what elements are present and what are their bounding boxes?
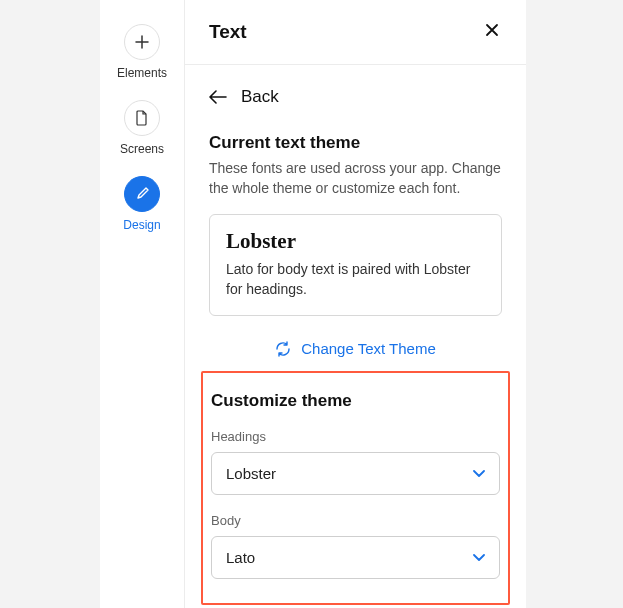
panel-title: Text	[209, 21, 247, 43]
brush-icon	[124, 176, 160, 212]
body-value: Lato	[226, 549, 255, 566]
headings-select[interactable]: Lobster	[211, 452, 500, 495]
current-theme-heading: Current text theme	[209, 133, 502, 153]
chevron-down-icon	[473, 470, 485, 478]
panel-body: Back Current text theme These fonts are …	[185, 65, 526, 605]
headings-value: Lobster	[226, 465, 276, 482]
panel-header: Text	[185, 0, 526, 65]
text-panel: Text Back Current text theme These fonts…	[184, 0, 526, 608]
change-theme-label: Change Text Theme	[301, 340, 436, 357]
theme-card: Lobster Lato for body text is paired wit…	[209, 214, 502, 316]
nav-label: Screens	[120, 142, 164, 156]
plus-icon	[124, 24, 160, 60]
nav-design[interactable]: Design	[100, 170, 184, 242]
body-label: Body	[211, 513, 500, 528]
close-icon	[484, 22, 500, 38]
refresh-icon	[275, 341, 291, 357]
sidebar: Elements Screens Design	[100, 0, 184, 608]
customize-heading: Customize theme	[211, 391, 500, 411]
nav-label: Design	[123, 218, 160, 232]
current-theme-description: These fonts are used across your app. Ch…	[209, 159, 502, 198]
body-select[interactable]: Lato	[211, 536, 500, 579]
nav-elements[interactable]: Elements	[100, 18, 184, 90]
document-icon	[124, 100, 160, 136]
close-button[interactable]	[482, 20, 502, 44]
headings-label: Headings	[211, 429, 500, 444]
customize-section: Customize theme Headings Lobster Body La…	[201, 371, 510, 605]
arrow-left-icon	[209, 90, 227, 104]
change-theme-button[interactable]: Change Text Theme	[209, 332, 502, 371]
nav-screens[interactable]: Screens	[100, 94, 184, 166]
chevron-down-icon	[473, 554, 485, 562]
nav-label: Elements	[117, 66, 167, 80]
back-button[interactable]: Back	[209, 87, 502, 107]
theme-card-desc: Lato for body text is paired with Lobste…	[226, 260, 485, 299]
theme-card-name: Lobster	[226, 229, 485, 254]
back-label: Back	[241, 87, 279, 107]
